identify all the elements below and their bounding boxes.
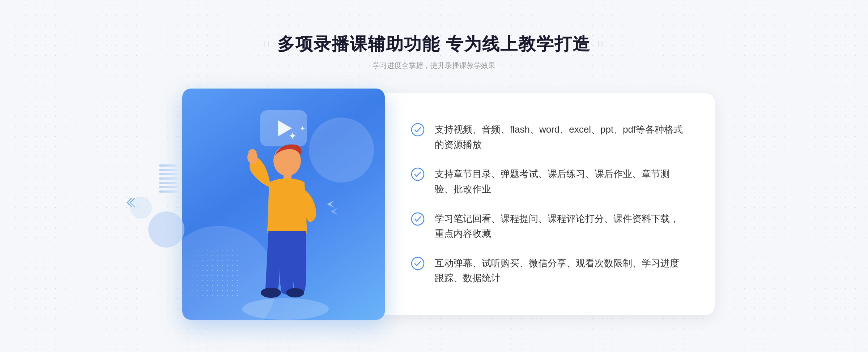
person-illustration <box>215 132 352 320</box>
subtitle: 学习进度全掌握，提升录播课教学效果 <box>264 61 604 70</box>
sparkle-icon-2: ✦ <box>300 125 305 133</box>
svg-point-6 <box>412 124 424 136</box>
deco-circle-large <box>148 211 184 248</box>
svg-point-9 <box>412 257 424 270</box>
deco-dots-left: ⁝⁝ <box>264 39 271 49</box>
stripe-1 <box>159 164 177 167</box>
feature-text-4: 互动弹幕、试听购买、微信分享、观看次数限制、学习进度跟踪、数据统计 <box>435 256 686 286</box>
check-circle-icon-4 <box>411 257 425 270</box>
stripe-7 <box>159 190 177 193</box>
content-area: ✦ ✦ <box>109 89 760 320</box>
feature-text-3: 学习笔记回看、课程提问、课程评论打分、课件资料下载，重点内容收藏 <box>435 211 686 241</box>
feature-item-2: 支持章节目录、弹题考试、课后练习、课后作业、章节测验、批改作业 <box>411 159 686 204</box>
stripe-6 <box>159 186 177 188</box>
deco-stripes <box>159 164 177 208</box>
feature-item-1: 支持视频、音频、flash、word、excel、ppt、pdf等各种格式的资源… <box>411 115 686 159</box>
main-title: 多项录播课辅助功能 专为线上教学打造 <box>277 33 590 56</box>
feature-item-3: 学习笔记回看、课程提问、课程评论打分、课件资料下载，重点内容收藏 <box>411 204 686 249</box>
check-circle-icon-1 <box>411 123 425 137</box>
title-row: ⁝⁝ 多项录播课辅助功能 专为线上教学打造 ⁝⁝ <box>264 33 604 56</box>
features-panel: 支持视频、音频、flash、word、excel、ppt、pdf等各种格式的资源… <box>382 93 715 315</box>
deco-dots-right: ⁝⁝ <box>597 39 604 49</box>
stripe-2 <box>159 169 177 171</box>
check-circle-icon-3 <box>411 212 425 226</box>
svg-point-5 <box>242 298 329 320</box>
svg-point-8 <box>412 213 424 225</box>
svg-point-4 <box>286 288 304 297</box>
deco-circle-small <box>130 197 152 219</box>
stripe-5 <box>159 182 177 184</box>
svg-point-7 <box>412 168 424 180</box>
feature-text-2: 支持章节目录、弹题考试、课后练习、课后作业、章节测验、批改作业 <box>435 167 686 197</box>
header-section: ⁝⁝ 多项录播课辅助功能 专为线上教学打造 ⁝⁝ 学习进度全掌握，提升录播课教学… <box>264 33 604 70</box>
stripe-4 <box>159 177 177 180</box>
svg-point-3 <box>261 288 281 298</box>
check-circle-icon-2 <box>411 167 425 181</box>
feature-item-4: 互动弹幕、试听购买、微信分享、观看次数限制、学习进度跟踪、数据统计 <box>411 249 686 293</box>
illustration-card: ✦ ✦ <box>182 89 385 320</box>
stripe-3 <box>159 173 177 175</box>
feature-text-1: 支持视频、音频、flash、word、excel、ppt、pdf等各种格式的资源… <box>435 122 686 152</box>
page-wrapper: ⁝⁝ 多项录播课辅助功能 专为线上教学打造 ⁝⁝ 学习进度全掌握，提升录播课教学… <box>0 0 868 352</box>
